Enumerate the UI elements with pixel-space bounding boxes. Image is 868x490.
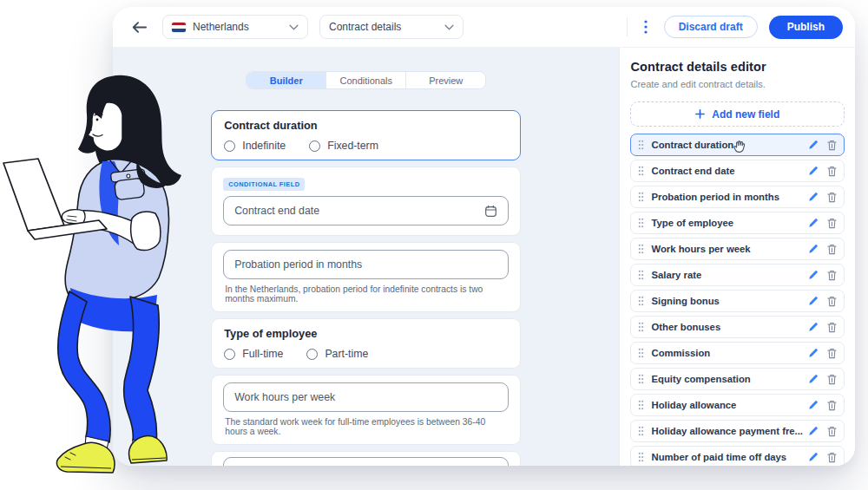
publish-button[interactable]: Publish [769,16,843,39]
radio-icon[interactable] [224,349,235,360]
field-list-item[interactable]: Contract end date [630,160,845,182]
delete-field-icon[interactable] [827,296,837,307]
kebab-menu-icon [644,20,648,34]
delete-field-icon[interactable] [827,140,837,151]
field-list-item[interactable]: Work hours per week [630,238,845,260]
radio-label: Fixed-term [327,140,378,152]
discard-draft-button[interactable]: Discard draft [664,16,758,38]
input-placeholder: Contract end date [234,205,319,217]
drag-handle-icon[interactable] [638,374,644,384]
field-list-item[interactable]: Other bonuses [630,316,845,338]
radio-label: Indefinite [242,140,286,152]
country-select-value: Netherlands [193,21,249,33]
drag-handle-icon[interactable] [638,192,644,202]
work-hours-input[interactable]: Work hours per week [223,382,509,412]
edit-field-icon[interactable] [808,322,819,332]
arrow-left-icon [131,21,147,34]
edit-field-icon[interactable] [808,374,819,384]
back-button[interactable] [127,15,151,39]
input-placeholder: Work hours per week [234,391,335,403]
drag-handle-icon[interactable] [638,348,644,358]
tab-preview[interactable]: Preview [406,72,485,88]
edit-field-icon[interactable] [808,270,819,280]
drag-handle-icon[interactable] [638,452,644,462]
drag-handle-icon[interactable] [638,218,644,228]
field-list: Contract duration Contract end date [630,134,845,466]
edit-field-icon[interactable] [808,348,819,358]
field-card-salary-rate[interactable]: Salary rate [211,451,521,466]
field-list-item[interactable]: Contract duration [630,134,845,156]
field-list-item[interactable]: Type of employee [630,212,845,234]
field-list-item[interactable]: Number of paid time off days [630,446,845,466]
work-hours-helper-text: The standard work week for full-time emp… [225,417,509,436]
field-list-item[interactable]: Probation period in months [630,186,845,208]
drag-handle-icon[interactable] [638,400,644,410]
delete-field-icon[interactable] [827,166,837,177]
radio-part-time[interactable]: Part-time [306,348,368,360]
drag-handle-icon[interactable] [638,244,644,254]
field-card-work-hours[interactable]: Work hours per week The standard work we… [211,375,521,445]
delete-field-icon[interactable] [827,244,837,255]
document-select-value: Contract details [329,21,401,33]
radio-fixed-term[interactable]: Fixed-term [309,140,378,152]
salary-rate-select[interactable]: Salary rate [223,457,509,466]
tab-builder[interactable]: Builder [247,72,326,88]
probation-input[interactable]: Probation period in months [223,250,509,279]
contract-end-date-input[interactable]: Contract end date [223,196,509,225]
field-list-item[interactable]: Holiday allowance [630,394,845,416]
calendar-icon[interactable] [484,205,497,218]
field-card-probation[interactable]: Probation period in months In the Nether… [211,242,521,312]
delete-field-icon[interactable] [827,192,837,203]
edit-field-icon[interactable] [808,166,819,176]
delete-field-icon[interactable] [827,348,837,359]
delete-field-icon[interactable] [827,218,837,229]
field-list-item[interactable]: Equity compensation [630,368,845,390]
drag-handle-icon[interactable] [638,426,644,436]
field-item-label: Number of paid time off days [651,452,803,462]
tab-conditionals[interactable]: Conditionals [326,72,406,88]
delete-field-icon[interactable] [827,452,837,463]
radio-icon[interactable] [309,140,320,152]
drag-handle-icon[interactable] [638,322,644,332]
field-card-contract-end-date[interactable]: CONDITIONAL FIELD Contract end date [211,167,521,236]
country-select[interactable]: Netherlands [162,15,308,39]
edit-field-icon[interactable] [808,140,819,150]
field-card-employee-type[interactable]: Type of employee Full-time Part-time [211,318,521,369]
field-list-item[interactable]: Salary rate [630,264,845,286]
field-item-label: Salary rate [651,270,803,280]
input-placeholder: Probation period in months [234,258,362,271]
edit-field-icon[interactable] [808,218,819,228]
radio-indefinite[interactable]: Indefinite [224,140,286,152]
more-options-button[interactable] [639,19,653,35]
field-item-label: Type of employee [651,218,803,228]
field-title: Type of employee [224,327,508,340]
radio-icon[interactable] [224,140,235,152]
delete-field-icon[interactable] [827,270,837,281]
edit-field-icon[interactable] [808,296,819,306]
document-select[interactable]: Contract details [319,15,464,39]
field-item-label: Work hours per week [651,244,803,254]
field-list-item[interactable]: Signing bonus [630,290,845,312]
edit-field-icon[interactable] [808,452,819,462]
drag-handle-icon[interactable] [638,166,644,176]
field-card-contract-duration[interactable]: Contract duration Indefinite Fixed-term [211,110,521,160]
drag-handle-icon[interactable] [638,270,644,280]
drag-handle-icon[interactable] [638,140,644,150]
delete-field-icon[interactable] [827,426,837,437]
delete-field-icon[interactable] [827,322,837,333]
radio-icon[interactable] [306,349,318,360]
netherlands-flag-icon [172,23,186,32]
add-new-field-button[interactable]: Add new field [630,101,845,127]
edit-field-icon[interactable] [808,426,819,436]
delete-field-icon[interactable] [827,400,837,411]
radio-full-time[interactable]: Full-time [224,348,283,360]
delete-field-icon[interactable] [827,374,837,385]
field-list-item[interactable]: Commission [630,342,845,364]
edit-field-icon[interactable] [808,400,819,410]
field-list-item[interactable]: Holiday allowance payment fre... [630,420,845,442]
edit-field-icon[interactable] [808,244,819,254]
drag-handle-icon[interactable] [638,296,644,306]
field-title: Contract duration [224,119,508,132]
edit-field-icon[interactable] [808,192,819,202]
panel-title: Contract details editor [630,60,845,74]
